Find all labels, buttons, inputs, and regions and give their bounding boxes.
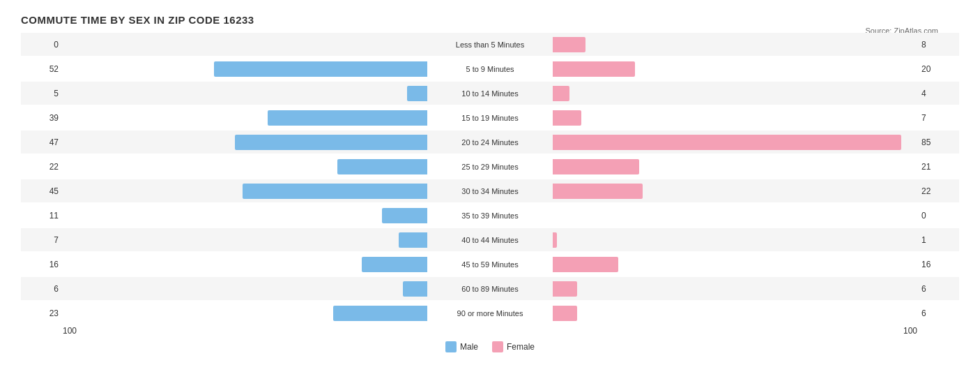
male-value: 16 bbox=[21, 260, 63, 269]
chart-container: 0Less than 5 Minutes8525 to 9 Minutes205… bbox=[21, 33, 959, 352]
legend: Male Female bbox=[21, 341, 959, 352]
male-value: 39 bbox=[21, 113, 63, 123]
chart-row: 4530 to 34 Minutes22 bbox=[21, 179, 959, 202]
legend-male-box bbox=[445, 341, 457, 352]
female-value: 4 bbox=[917, 89, 959, 98]
bars-area: 10 to 14 Minutes bbox=[63, 82, 917, 105]
legend-female-box bbox=[492, 341, 503, 352]
male-bar bbox=[235, 135, 427, 150]
bars-area: 15 to 19 Minutes bbox=[63, 106, 917, 129]
chart-row: 740 to 44 Minutes1 bbox=[21, 228, 959, 251]
bars-area: 25 to 29 Minutes bbox=[63, 155, 917, 178]
male-value: 52 bbox=[21, 64, 63, 74]
female-value: 20 bbox=[917, 64, 959, 74]
female-value: 8 bbox=[917, 40, 959, 50]
male-value: 6 bbox=[21, 284, 63, 294]
male-bar-wrap bbox=[268, 110, 490, 126]
female-value: 85 bbox=[917, 137, 959, 147]
male-bar bbox=[268, 110, 427, 126]
row-label: 90 or more Minutes bbox=[457, 309, 523, 318]
chart-row: 525 to 9 Minutes20 bbox=[21, 57, 959, 80]
male-value: 11 bbox=[21, 211, 63, 221]
axis-left: 100 bbox=[63, 326, 77, 336]
female-bar bbox=[553, 135, 901, 150]
bars-area: 60 to 89 Minutes bbox=[63, 277, 917, 300]
female-value: 21 bbox=[917, 162, 959, 172]
male-bar bbox=[382, 208, 427, 223]
female-bar bbox=[553, 306, 577, 321]
male-bar bbox=[403, 281, 427, 297]
female-bar-wrap bbox=[490, 135, 901, 150]
bars-area: 30 to 34 Minutes bbox=[63, 179, 917, 202]
female-bar bbox=[553, 281, 577, 297]
chart-title: COMMUTE TIME BY SEX IN ZIP CODE 16233 bbox=[21, 14, 959, 26]
row-label: 45 to 59 Minutes bbox=[461, 260, 518, 269]
chart-row: 510 to 14 Minutes4 bbox=[21, 82, 959, 105]
row-label: 30 to 34 Minutes bbox=[461, 187, 518, 195]
male-value: 47 bbox=[21, 137, 63, 147]
bars-area: 35 to 39 Minutes bbox=[63, 204, 917, 227]
female-bar bbox=[553, 184, 643, 199]
female-value: 16 bbox=[917, 260, 959, 269]
bars-area: 90 or more Minutes bbox=[63, 301, 917, 325]
female-value: 6 bbox=[917, 284, 959, 294]
row-label: Less than 5 Minutes bbox=[456, 40, 524, 49]
legend-female: Female bbox=[492, 341, 535, 352]
male-bar-wrap bbox=[235, 135, 490, 150]
female-bar bbox=[553, 86, 569, 101]
row-label: 10 to 14 Minutes bbox=[461, 89, 518, 98]
female-value: 6 bbox=[917, 308, 959, 318]
male-value: 22 bbox=[21, 162, 63, 172]
row-label: 35 to 39 Minutes bbox=[461, 211, 518, 220]
row-label: 25 to 29 Minutes bbox=[461, 163, 518, 171]
chart-row: 1135 to 39 Minutes0 bbox=[21, 204, 959, 227]
row-label: 60 to 89 Minutes bbox=[461, 285, 518, 293]
legend-male: Male bbox=[445, 341, 478, 352]
male-bar-wrap bbox=[243, 184, 490, 199]
chart-row: 4720 to 24 Minutes85 bbox=[21, 131, 959, 154]
chart-row: 2225 to 29 Minutes21 bbox=[21, 155, 959, 178]
female-bar bbox=[553, 159, 639, 174]
male-bar bbox=[337, 159, 427, 174]
axis-right: 100 bbox=[903, 326, 917, 336]
female-bar bbox=[553, 37, 585, 52]
bars-area: 5 to 9 Minutes bbox=[63, 57, 917, 80]
row-label: 15 to 19 Minutes bbox=[461, 114, 518, 122]
female-bar bbox=[553, 61, 635, 77]
row-label: 40 to 44 Minutes bbox=[461, 236, 518, 244]
female-bar bbox=[553, 110, 581, 126]
female-bar bbox=[553, 257, 618, 272]
male-bar bbox=[243, 184, 427, 199]
row-label: 20 to 24 Minutes bbox=[461, 138, 518, 147]
chart-row: 0Less than 5 Minutes8 bbox=[21, 33, 959, 56]
bars-area: 45 to 59 Minutes bbox=[63, 253, 917, 276]
female-value: 7 bbox=[917, 113, 959, 123]
chart-row: 3915 to 19 Minutes7 bbox=[21, 106, 959, 129]
row-label: 5 to 9 Minutes bbox=[466, 65, 514, 73]
female-value: 22 bbox=[917, 186, 959, 196]
male-bar bbox=[333, 306, 427, 321]
bars-area: Less than 5 Minutes bbox=[63, 33, 917, 56]
male-bar bbox=[399, 232, 427, 248]
legend-female-label: Female bbox=[507, 342, 535, 352]
female-bar bbox=[553, 232, 557, 248]
male-value: 45 bbox=[21, 186, 63, 196]
bars-area: 20 to 24 Minutes bbox=[63, 131, 917, 154]
female-value: 1 bbox=[917, 235, 959, 245]
male-value: 0 bbox=[21, 40, 63, 50]
male-bar bbox=[214, 61, 427, 77]
chart-row: 2390 or more Minutes6 bbox=[21, 301, 959, 325]
female-value: 0 bbox=[917, 211, 959, 221]
bars-area: 40 to 44 Minutes bbox=[63, 228, 917, 251]
male-value: 5 bbox=[21, 89, 63, 98]
axis-labels: 100 100 bbox=[21, 326, 959, 336]
chart-row: 1645 to 59 Minutes16 bbox=[21, 253, 959, 276]
male-bar-wrap bbox=[214, 61, 490, 77]
chart-row: 660 to 89 Minutes6 bbox=[21, 277, 959, 300]
legend-male-label: Male bbox=[460, 342, 478, 352]
male-bar bbox=[407, 86, 427, 101]
male-value: 7 bbox=[21, 235, 63, 245]
male-value: 23 bbox=[21, 308, 63, 318]
male-bar bbox=[362, 257, 427, 272]
